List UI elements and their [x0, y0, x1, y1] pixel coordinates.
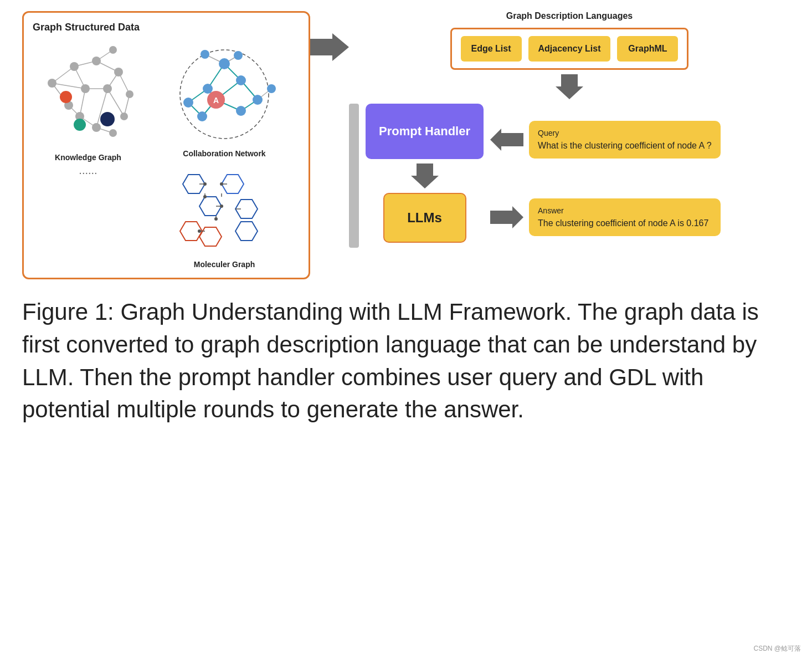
- svg-point-22: [126, 90, 133, 98]
- svg-point-53: [183, 98, 193, 108]
- svg-marker-84: [490, 206, 523, 228]
- right-graphs-area: A Collaboration Network: [149, 39, 300, 269]
- collab-network-area: A Collaboration Network: [149, 39, 300, 158]
- svg-point-78: [198, 229, 201, 233]
- svg-text:A: A: [213, 96, 219, 105]
- gdl-adjacency-list: Adjacency List: [528, 36, 611, 62]
- svg-point-19: [92, 57, 101, 65]
- svg-point-23: [103, 84, 112, 93]
- svg-point-24: [81, 84, 90, 93]
- gdl-box: Edge List Adjacency List GraphML: [450, 28, 689, 70]
- gdl-title: Graph Description Languages: [506, 11, 633, 21]
- svg-point-49: [236, 75, 246, 85]
- vertical-bar: [349, 104, 359, 248]
- svg-point-74: [203, 182, 207, 186]
- svg-point-27: [92, 123, 101, 132]
- svg-point-54: [234, 51, 243, 60]
- left-panel: Graph Structured Data: [22, 11, 310, 279]
- svg-point-52: [253, 95, 263, 105]
- svg-point-79: [214, 217, 218, 221]
- main-col: Prompt Handler LLMs: [349, 104, 484, 248]
- right-flow: Graph Description Languages Edge List Ad…: [349, 11, 790, 248]
- svg-point-29: [109, 129, 117, 137]
- prompt-handler-box: Prompt Handler: [366, 104, 484, 159]
- diagram-wrapper: Graph Structured Data: [22, 11, 790, 279]
- svg-point-75: [203, 195, 207, 198]
- svg-marker-83: [490, 129, 523, 151]
- svg-point-28: [120, 113, 128, 120]
- left-panel-title: Graph Structured Data: [33, 22, 300, 33]
- gdl-graphml: GraphML: [617, 36, 678, 62]
- answer-text: The clustering coefficient of node A is …: [538, 218, 712, 228]
- svg-point-50: [197, 111, 207, 121]
- llms-box: LLMs: [383, 193, 466, 243]
- knowledge-graph-area: Knowledge Graph ......: [33, 39, 143, 177]
- arrow-down-2: [411, 159, 439, 193]
- molecule-graph-label: Moleculer Graph: [194, 260, 255, 269]
- svg-point-47: [219, 58, 230, 69]
- svg-point-30: [60, 91, 72, 103]
- molecule-area: Moleculer Graph: [149, 164, 300, 269]
- dots-label: ......: [79, 164, 97, 177]
- svg-point-32: [100, 112, 115, 126]
- svg-point-51: [236, 106, 246, 116]
- arrow-right-icon: [490, 206, 523, 228]
- svg-point-21: [114, 68, 123, 76]
- center-col: Prompt Handler LLMs: [366, 104, 484, 248]
- svg-point-76: [220, 182, 223, 186]
- main-container: Graph Structured Data: [22, 11, 790, 426]
- arrow-down-1: [349, 70, 790, 104]
- caption: Figure 1: Graph Understanding with LLM F…: [22, 296, 790, 426]
- svg-marker-64: [199, 227, 222, 246]
- side-col: Query What is the clustering coefficient…: [490, 104, 721, 248]
- svg-point-56: [267, 84, 276, 93]
- big-arrow-right: [310, 11, 349, 61]
- svg-marker-80: [310, 33, 349, 61]
- gdl-section: Graph Description Languages Edge List Ad…: [349, 11, 790, 70]
- svg-point-48: [203, 84, 213, 94]
- middle-section: Prompt Handler LLMs: [349, 104, 790, 248]
- answer-box: Answer The clustering coefficient of nod…: [529, 198, 721, 236]
- graphs-row: Knowledge Graph ......: [33, 39, 300, 269]
- svg-line-15: [107, 89, 124, 116]
- query-box: Query What is the clustering coefficient…: [529, 121, 721, 159]
- svg-line-2: [52, 83, 85, 89]
- knowledge-graph-label: Knowledge Graph: [55, 153, 121, 162]
- answer-row: Answer The clustering coefficient of nod…: [490, 198, 721, 236]
- svg-marker-82: [411, 164, 439, 188]
- query-row: Query What is the clustering coefficient…: [490, 121, 721, 159]
- svg-point-77: [220, 205, 223, 208]
- svg-point-18: [70, 62, 79, 71]
- molecule-svg: [155, 164, 294, 258]
- collab-network-svg: A: [155, 39, 294, 147]
- svg-point-20: [109, 46, 117, 54]
- answer-label: Answer: [538, 206, 712, 215]
- query-text: What is the clustering coefficient of no…: [538, 141, 712, 151]
- svg-point-17: [48, 79, 56, 88]
- svg-marker-81: [556, 74, 583, 99]
- svg-point-31: [74, 119, 86, 131]
- svg-point-55: [201, 50, 209, 59]
- arrow-left-icon: [490, 129, 523, 151]
- knowledge-graph-svg: [35, 39, 141, 150]
- collab-network-label: Collaboration Network: [183, 149, 265, 158]
- gdl-edge-list: Edge List: [461, 36, 522, 62]
- svg-marker-65: [235, 222, 258, 241]
- query-label: Query: [538, 129, 712, 137]
- watermark: CSDN @鲶可落: [753, 644, 801, 653]
